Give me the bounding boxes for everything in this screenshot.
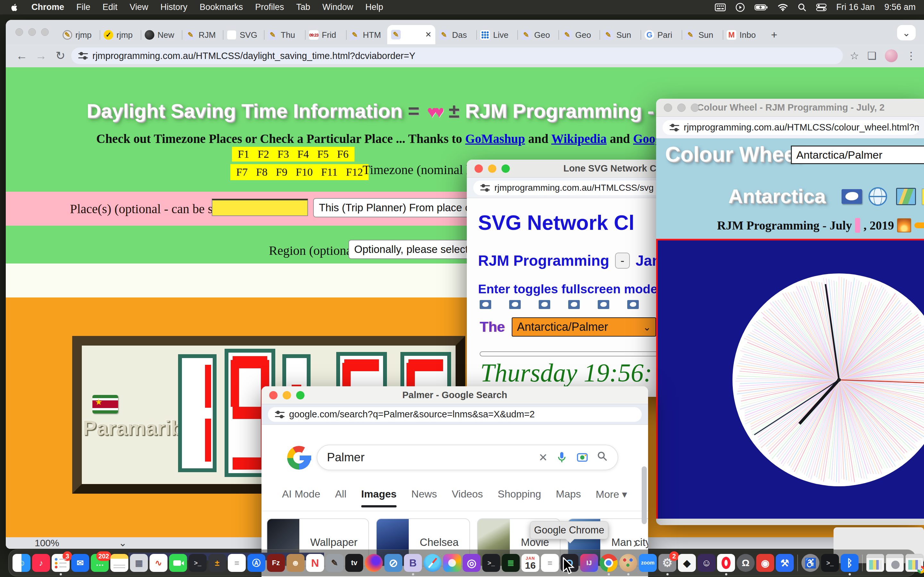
menu-dots-icon[interactable]: ⋮ xyxy=(906,50,916,62)
dock-filezilla[interactable]: Fz xyxy=(267,554,285,572)
close-window-button[interactable] xyxy=(475,164,483,173)
browser-tab[interactable]: MInbo xyxy=(723,26,764,44)
filter-maps[interactable]: Maps xyxy=(556,488,581,508)
minimize-window-button[interactable] xyxy=(488,164,496,173)
timezone-select[interactable]: Antarctica/Palmer ⌄ xyxy=(512,318,656,337)
dock-minimized-window[interactable] xyxy=(886,554,904,572)
dock-terminal[interactable]: >_ xyxy=(189,554,207,572)
close-tab-icon[interactable]: ✕ xyxy=(425,30,431,39)
minimize-window-button[interactable] xyxy=(28,28,36,36)
dock-screen-block-app[interactable]: ⊘ xyxy=(384,554,402,572)
search-box[interactable]: Palmer ✕ xyxy=(317,445,618,470)
filter-news[interactable]: News xyxy=(411,488,437,508)
browser-tab[interactable]: ✓rjmp xyxy=(100,26,141,44)
fkey-f5[interactable]: F5 xyxy=(317,148,329,160)
site-settings-icon[interactable] xyxy=(480,184,490,192)
battery-icon[interactable] xyxy=(754,4,768,11)
menu-item-file[interactable]: File xyxy=(76,2,90,12)
site-settings-icon[interactable] xyxy=(275,411,284,418)
dock-safari[interactable] xyxy=(423,554,441,572)
timezone-input[interactable]: Antarctica/Palmer xyxy=(791,145,924,164)
link-gomashup[interactable]: GoMashup xyxy=(465,132,525,145)
fkey-f1[interactable]: F1 xyxy=(238,148,249,160)
dock-accessibility-inspector[interactable]: ♿ xyxy=(801,554,819,572)
dock-gauge-app[interactable]: ◉ xyxy=(756,554,774,572)
dock-chrome[interactable] xyxy=(599,554,618,572)
search-icon[interactable] xyxy=(596,450,608,464)
site-settings-icon[interactable] xyxy=(78,52,88,60)
filter-all[interactable]: All xyxy=(335,488,347,508)
menu-app-name[interactable]: Chrome xyxy=(31,2,64,12)
dock-notes[interactable] xyxy=(110,554,128,572)
dock-launchpad[interactable]: ▦ xyxy=(130,554,148,572)
dock-inkscape[interactable]: ◆ xyxy=(678,554,696,572)
fkey-f9[interactable]: F9 xyxy=(276,166,288,178)
dock-terminal-2[interactable]: >_ xyxy=(482,554,500,572)
window-controls[interactable] xyxy=(269,391,304,400)
fkey-f4[interactable]: F4 xyxy=(297,148,309,160)
dock-news[interactable]: N xyxy=(306,554,324,572)
browser-tab[interactable]: ✎Sun xyxy=(682,26,723,44)
dock-calendar[interactable]: JAN16 xyxy=(521,554,540,572)
dock-system-settings[interactable]: ⚙2 xyxy=(658,554,676,572)
avatar[interactable] xyxy=(885,49,898,62)
antarctica-flag-icon[interactable] xyxy=(509,300,521,309)
dock-mail[interactable]: ✉ xyxy=(71,554,89,572)
globe-icon[interactable] xyxy=(869,187,887,206)
address-bar[interactable]: rjmprogramming.com.au/HTMLCSS/colour_whe… xyxy=(656,117,924,139)
scrollbar-thumb[interactable] xyxy=(642,466,647,524)
browser-tab[interactable]: New xyxy=(141,26,182,44)
browser-tab[interactable]: ✎Geo xyxy=(559,26,599,44)
zoom-window-button[interactable] xyxy=(691,103,699,112)
browser-tab[interactable]: ✎Sun xyxy=(599,26,641,44)
browser-tab[interactable]: SVG xyxy=(223,26,264,44)
fkey-f10[interactable]: F10 xyxy=(296,166,313,178)
control-center-icon[interactable] xyxy=(816,3,827,11)
dock-pages-doc[interactable]: ≡ xyxy=(541,554,559,572)
menu-item-view[interactable]: View xyxy=(129,2,148,12)
browser-tab[interactable]: GPari xyxy=(641,26,682,44)
antarctica-flag-icon[interactable] xyxy=(568,300,580,309)
world-map-icon[interactable] xyxy=(896,188,916,205)
browser-tab[interactable]: ✎rjmp xyxy=(59,26,100,44)
zoom-level[interactable]: 100% xyxy=(35,538,59,548)
zoom-window-button[interactable] xyxy=(501,164,510,173)
wifi-icon[interactable] xyxy=(778,3,788,11)
zoom-chevron-icon[interactable]: ⌄ xyxy=(119,537,127,548)
menu-item-bookmarks[interactable]: Bookmarks xyxy=(200,2,243,12)
menu-item-profiles[interactable]: Profiles xyxy=(255,2,284,12)
dock-bbedit[interactable]: B xyxy=(404,554,422,572)
address-bar[interactable]: rjmprogramming.com.au/HTMLCSS/daylight_s… xyxy=(71,47,843,64)
antarctica-flag-icon[interactable] xyxy=(627,300,639,309)
fkey-f11[interactable]: F11 xyxy=(321,166,338,178)
menu-date[interactable]: Fri 16 Jan xyxy=(836,2,875,12)
trip-planner-select[interactable]: This (Trip Planner) From place can go l xyxy=(313,198,493,218)
lens-search-icon[interactable] xyxy=(576,451,589,464)
browser-tab[interactable]: ✎Das xyxy=(435,26,477,44)
dock-code-terminal[interactable]: ≣ xyxy=(502,554,520,572)
yellow-button-partial[interactable] xyxy=(922,189,924,205)
dock-zoom[interactable]: zoom xyxy=(639,554,657,572)
zoom-window-button[interactable] xyxy=(296,391,304,400)
dock-contacts[interactable]: ☻ xyxy=(286,554,304,572)
dock-app-store[interactable]: Ⓐ xyxy=(247,554,265,572)
dock-opera[interactable] xyxy=(717,554,735,572)
browser-tab[interactable]: ✎HTM xyxy=(346,26,387,44)
filter-videos[interactable]: Videos xyxy=(452,488,483,508)
menu-item-help[interactable]: Help xyxy=(365,2,383,12)
antarctica-flag-icon[interactable] xyxy=(842,189,862,204)
browser-tab[interactable]: 09:23Frid xyxy=(305,26,346,44)
dock-xcode[interactable]: ⚒ xyxy=(776,554,794,572)
reload-button[interactable]: ↻ xyxy=(52,49,69,63)
minimize-window-button[interactable] xyxy=(677,103,686,112)
minus-button[interactable]: - xyxy=(615,253,630,269)
voice-search-icon[interactable] xyxy=(556,451,568,464)
dock-apple-tv[interactable]: tv xyxy=(345,554,363,572)
antarctica-flag-icon[interactable] xyxy=(539,300,550,309)
dock-gimp[interactable]: ✎ xyxy=(326,554,344,572)
dock-podcasts[interactable]: ◎ xyxy=(463,554,481,572)
menu-item-tab[interactable]: Tab xyxy=(296,2,310,12)
bookmark-star-icon[interactable]: ☆ xyxy=(850,50,859,62)
browser-tab[interactable]: Live xyxy=(477,26,517,44)
dock-finder[interactable]: ☺ xyxy=(13,554,31,572)
